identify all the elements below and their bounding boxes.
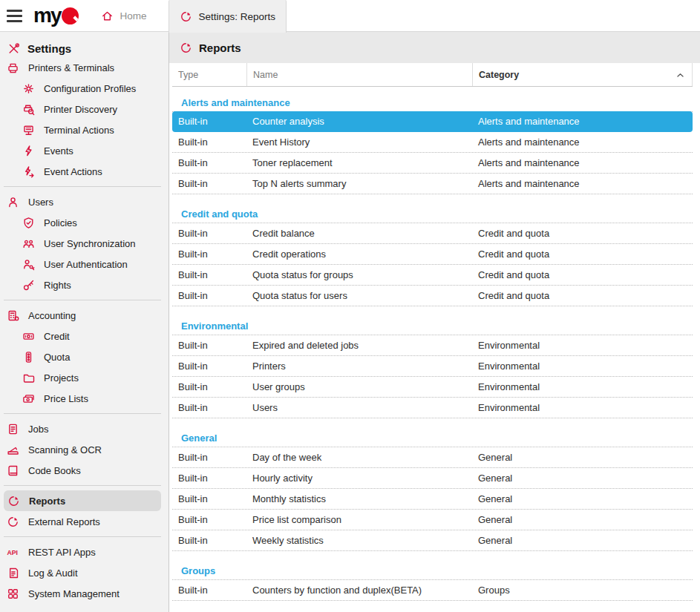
tab-settings-reports[interactable]: Settings: Reports: [169, 0, 287, 33]
cell-cat: Environmental: [472, 340, 693, 351]
report-row-quota-status-for-groups[interactable]: Built-inQuota status for groupsCredit an…: [172, 265, 693, 286]
column-header-name[interactable]: Name: [246, 63, 472, 86]
report-row-expired-and-deleted-jobs[interactable]: Built-inExpired and deleted jobsEnvironm…: [172, 335, 693, 356]
cell-cat: General: [472, 493, 693, 504]
cell-type: Built-in: [172, 514, 246, 525]
cell-name: Toner replacement: [246, 157, 472, 168]
report-row-printers[interactable]: Built-inPrintersEnvironmental: [172, 356, 693, 377]
printer-search-icon: [22, 102, 35, 116]
report-row-credit-balance[interactable]: Built-inCredit balanceCredit and quota: [172, 223, 693, 244]
sidebar-item-code-books[interactable]: Code Books: [0, 460, 169, 481]
sidebar-item-printer-discovery[interactable]: Printer Discovery: [0, 99, 169, 119]
report-row-counter-analysis[interactable]: Built-inCounter analysisAlerts and maint…: [172, 111, 693, 132]
group-header-label: Credit and quota: [181, 208, 258, 220]
group-header-label: Alerts and maintenance: [181, 97, 290, 108]
report-row-credit-operations[interactable]: Built-inCredit operationsCredit and quot…: [172, 244, 693, 265]
myq-logo[interactable]: my: [33, 0, 79, 31]
sidebar-item-label: Scanning & OCR: [28, 444, 102, 455]
report-row-day-of-the-week[interactable]: Built-inDay of the weekGeneral: [172, 447, 693, 468]
sidebar-item-label: Accounting: [28, 310, 76, 321]
pie-chart-icon: [6, 515, 19, 528]
report-row-counters-by-function-and-duplex-beta[interactable]: Built-inCounters by function and duplex(…: [172, 580, 693, 601]
sidebar-item-events[interactable]: Events: [0, 140, 169, 161]
sidebar-item-rest-api-apps[interactable]: APIREST API Apps: [0, 542, 169, 562]
sidebar-item-label: User Synchronization: [44, 238, 136, 249]
cell-type: Built-in: [172, 340, 246, 351]
cell-name: Users: [246, 402, 472, 413]
column-header-category[interactable]: Category: [472, 63, 693, 86]
price-list-icon: [22, 392, 35, 405]
sidebar-item-user-synchronization[interactable]: User Synchronization: [0, 233, 169, 254]
report-row-price-list-comparison[interactable]: Built-inPrice list comparisonGeneral: [172, 510, 693, 530]
tab-settings-reports-label: Settings: Reports: [198, 11, 275, 22]
table-header-row: Type Name Category: [172, 63, 693, 87]
hamburger-bar: [7, 10, 22, 12]
sidebar-item-external-reports[interactable]: External Reports: [0, 511, 169, 532]
group-header-groups: Groups: [172, 562, 693, 580]
sidebar-item-reports[interactable]: Reports: [4, 490, 161, 511]
scroll-icon: [6, 566, 19, 579]
sidebar-item-projects[interactable]: Projects: [0, 367, 169, 388]
sidebar-item-log-audit[interactable]: Log & Audit: [0, 562, 169, 583]
sidebar-item-user-authentication[interactable]: User Authentication: [0, 254, 169, 274]
sidebar-title: Settings: [0, 32, 169, 57]
sidebar-item-label: External Reports: [28, 516, 100, 527]
sidebar-item-system-management[interactable]: System Management: [0, 583, 169, 604]
sidebar-item-configuration-profiles[interactable]: Configuration Profiles: [0, 78, 169, 99]
cell-name: Quota status for users: [246, 290, 472, 301]
shield-check-icon: [22, 216, 35, 229]
cell-type: Built-in: [172, 452, 246, 463]
sidebar-item-price-lists[interactable]: Price Lists: [0, 388, 169, 409]
report-row-user-groups[interactable]: Built-inUser groupsEnvironmental: [172, 377, 693, 398]
sidebar-item-label: Price Lists: [44, 393, 88, 404]
sidebar-item-quota[interactable]: Quota: [0, 346, 169, 367]
sidebar-item-policies[interactable]: Policies: [0, 212, 169, 233]
tab-home-label: Home: [120, 10, 146, 22]
report-row-users[interactable]: Built-inUsersEnvironmental: [172, 398, 693, 418]
sidebar-divider: [4, 485, 161, 486]
traffic-light-icon: [22, 350, 35, 363]
group-header-general: General: [172, 430, 693, 447]
sidebar-item-users[interactable]: Users: [0, 191, 169, 212]
sidebar-item-printers-terminals[interactable]: Printers & Terminals: [0, 57, 169, 78]
users-group-icon: [22, 237, 35, 250]
cell-name: Top N alerts summary: [246, 178, 472, 189]
cell-name: Credit balance: [246, 228, 472, 239]
sidebar-divider: [4, 413, 161, 414]
cell-type: Built-in: [172, 116, 246, 127]
report-row-weekly-statistics[interactable]: Built-inWeekly statisticsGeneral: [172, 530, 693, 551]
sidebar-item-scanning-ocr[interactable]: Scanning & OCR: [0, 439, 169, 460]
calculator-icon: [6, 309, 19, 322]
report-row-monthly-statistics[interactable]: Built-inMonthly statisticsGeneral: [172, 489, 693, 510]
sidebar-divider: [4, 300, 161, 300]
cell-cat: Alerts and maintenance: [472, 157, 693, 168]
column-header-type[interactable]: Type: [172, 63, 246, 86]
sidebar-divider: [4, 536, 161, 537]
printer-icon: [6, 61, 19, 74]
sidebar-item-label: Printer Discovery: [44, 104, 117, 115]
sidebar-item-label: Printers & Terminals: [28, 62, 114, 73]
sidebar-item-accounting[interactable]: Accounting: [0, 305, 169, 326]
sidebar-title-label: Settings: [27, 42, 71, 55]
tab-home[interactable]: Home: [91, 0, 157, 31]
hamburger-menu-button[interactable]: [0, 0, 28, 31]
sidebar-item-jobs[interactable]: Jobs: [0, 418, 169, 439]
cell-cat: General: [472, 473, 693, 484]
sidebar-item-rights[interactable]: Rights: [0, 274, 169, 295]
report-row-toner-replacement[interactable]: Built-inToner replacementAlerts and main…: [172, 153, 693, 174]
sidebar-item-credit[interactable]: Credit: [0, 326, 169, 346]
report-row-top-n-alerts-summary[interactable]: Built-inTop N alerts summaryAlerts and m…: [172, 174, 693, 194]
lightning-icon: [22, 144, 35, 157]
hamburger-bar: [7, 15, 22, 17]
sidebar-item-event-actions[interactable]: Event Actions: [0, 161, 169, 182]
report-row-hourly-activity[interactable]: Built-inHourly activityGeneral: [172, 468, 693, 489]
cell-name: Counters by function and duplex(BETA): [246, 585, 472, 596]
user-icon: [6, 195, 19, 208]
sidebar-item-terminal-actions[interactable]: Terminal Actions: [0, 119, 169, 140]
terminal-icon: [22, 123, 35, 136]
logo-q-mark: [62, 7, 79, 24]
report-row-event-history[interactable]: Built-inEvent HistoryAlerts and maintena…: [172, 132, 693, 153]
cell-cat: General: [472, 452, 693, 463]
cell-type: Built-in: [172, 535, 246, 546]
report-row-quota-status-for-users[interactable]: Built-inQuota status for usersCredit and…: [172, 286, 693, 306]
